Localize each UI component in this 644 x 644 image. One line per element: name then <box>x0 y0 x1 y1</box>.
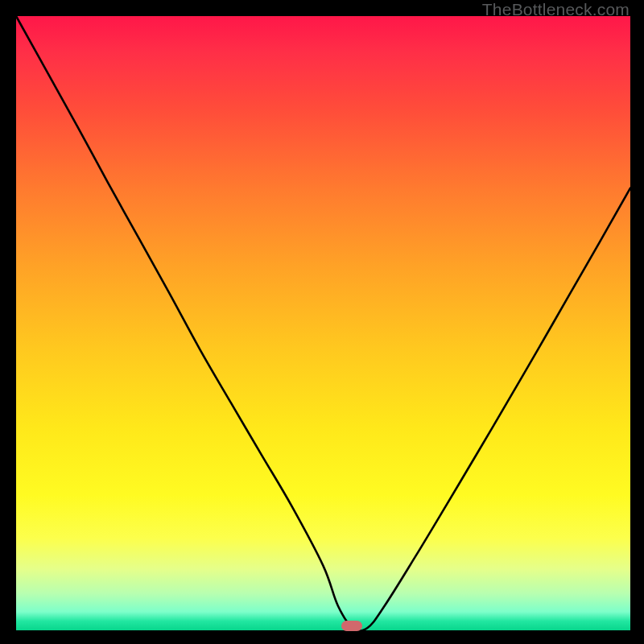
watermark-text: TheBottleneck.com <box>482 0 630 19</box>
chart-svg <box>16 16 630 630</box>
chart-point-marker <box>341 621 362 631</box>
chart-curve-line <box>16 16 630 631</box>
